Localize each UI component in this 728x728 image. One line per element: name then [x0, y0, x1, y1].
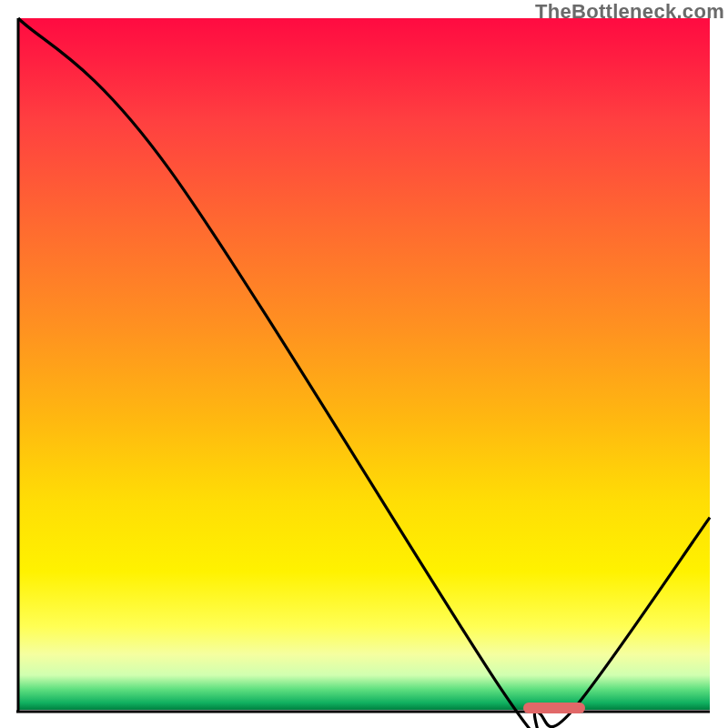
chart-gradient-background	[18, 18, 710, 710]
optimal-range-marker	[523, 703, 585, 713]
bottleneck-chart: TheBottleneck.com	[0, 0, 728, 728]
watermark-text: TheBottleneck.com	[535, 0, 724, 24]
